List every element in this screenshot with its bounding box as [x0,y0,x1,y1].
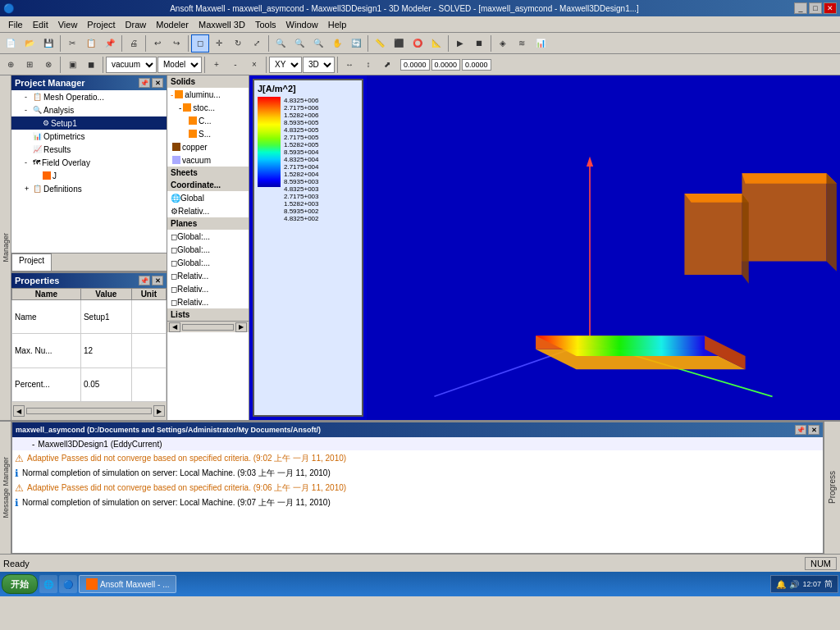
design-expand[interactable]: - [32,440,34,449]
stoc-expand[interactable]: - [179,103,181,112]
tree-item-optimetrics[interactable]: 📊 Optimetrics [11,130,167,143]
pm-pin-button[interactable]: 📌 [139,78,150,88]
draw-box[interactable]: ⬛ [390,34,408,52]
coord-btn1[interactable]: ↔ [340,56,358,74]
coord-btn2[interactable]: ↕ [359,56,377,74]
axes-button[interactable]: ⊗ [39,56,57,74]
tree-item-results[interactable]: 📈 Results [11,143,167,156]
model-relativ1[interactable]: ◻ Relativ... [167,269,249,282]
tree-item-fieldoverlay[interactable]: - 🗺 Field Overlay [11,156,167,169]
draw-poly[interactable]: 📐 [427,34,445,52]
view-dropdown[interactable]: 3D [303,57,335,73]
pan-button[interactable]: ✋ [328,34,346,52]
wire-button[interactable]: ▣ [63,56,81,74]
tree-scroll-left[interactable]: ◀ [169,322,180,332]
prop-val-2[interactable]: 12 [80,334,131,368]
tree-item-mesh[interactable]: - 📋 Mesh Operatio... [11,90,167,103]
undo-button[interactable]: ↩ [148,34,167,52]
model-globalyz[interactable]: ◻ Global:... [167,243,249,256]
coord-btn3[interactable]: ⬈ [378,56,396,74]
material-dropdown[interactable]: vacuum [106,57,157,73]
zoom-out[interactable]: 🔍 [309,34,327,52]
mesh-button[interactable]: ◈ [494,34,512,52]
menu-tools[interactable]: Tools [250,19,281,30]
scale-button[interactable]: ⤢ [248,34,266,52]
save-button[interactable]: 💾 [39,34,57,52]
pm-close-button[interactable]: ✕ [152,78,163,88]
redo-button[interactable]: ↪ [167,34,185,52]
model-aluminu[interactable]: - aluminu... [167,88,249,101]
taskbar-maxwell[interactable]: Ansoft Maxwell - ... [79,575,176,593]
tree-item-j[interactable]: J [11,169,167,182]
shade-button[interactable]: ◼ [82,56,100,74]
model-dropdown[interactable]: Model [158,57,202,73]
3d-viewport[interactable] [367,75,840,420]
msg-pin[interactable]: 📌 [795,425,806,435]
field-button[interactable]: ≋ [513,34,531,52]
rotate-button[interactable]: ↻ [229,34,247,52]
snap-button[interactable]: ⊕ [2,56,20,74]
quicklaunch-ie[interactable]: 🌐 [39,575,57,593]
draw-line[interactable]: 📏 [371,34,389,52]
scroll-track-h[interactable] [26,408,152,414]
rotate3d-button[interactable]: 🔄 [347,34,365,52]
tb2-btn1[interactable]: + [208,56,226,74]
tree-scroll-track[interactable] [182,324,234,331]
expand-analysis[interactable]: - [25,106,33,114]
move-button[interactable]: ✛ [210,34,228,52]
aluminu-expand[interactable]: - [171,90,173,99]
scroll-left[interactable]: ◀ [13,405,25,417]
msg-tree-design[interactable]: - Maxwell3DDesign1 (EddyCurrent) [12,437,823,450]
report-button[interactable]: 📊 [532,34,550,52]
model-stoc[interactable]: - stoc... [167,101,249,114]
minimize-button[interactable]: _ [794,2,807,14]
scroll-right[interactable]: ▶ [153,405,165,417]
model-relativ2[interactable]: ◻ Relativ... [167,282,249,295]
stop-button[interactable]: ⏹ [470,34,488,52]
tb2-btn2[interactable]: - [226,56,244,74]
tree-item-analysis[interactable]: - 🔍 Analysis [11,103,167,116]
plane-dropdown[interactable]: XY [269,57,302,73]
tree-item-definitions[interactable]: + 📋 Definitions [11,182,167,195]
start-button[interactable]: 开始 [2,574,38,594]
menu-maxwell3d[interactable]: Maxwell 3D [194,19,250,30]
quicklaunch-browser[interactable]: 🔵 [59,575,77,593]
close-button[interactable]: ✕ [824,2,837,14]
props-close[interactable]: ✕ [152,276,163,285]
prop-val-1[interactable]: Setup1 [80,300,131,334]
grid-button[interactable]: ⊞ [21,56,39,74]
menu-file[interactable]: File [3,19,28,30]
zoom-fit[interactable]: 🔍 [272,34,290,52]
cut-button[interactable]: ✂ [63,34,81,52]
tree-item-setup[interactable]: ⚙ Setup1 [11,116,167,130]
zoom-in[interactable]: 🔍 [290,34,308,52]
menu-modeler[interactable]: Modeler [151,19,194,30]
menu-draw[interactable]: Draw [121,19,152,30]
model-copper[interactable]: copper [167,140,249,153]
draw-circle[interactable]: ⭕ [409,34,427,52]
menu-edit[interactable]: Edit [28,19,53,30]
menu-project[interactable]: Project [82,19,120,30]
maximize-button[interactable]: □ [809,2,822,14]
tb2-btn3[interactable]: × [245,56,263,74]
expand-defs[interactable]: + [25,185,33,193]
menu-view[interactable]: View [53,19,83,30]
model-c[interactable]: C... [167,114,249,127]
prop-val-3[interactable]: 0.05 [80,368,131,401]
model-relativ[interactable]: ⚙ Relativ... [167,204,249,217]
msg-close[interactable]: ✕ [808,425,819,435]
menu-window[interactable]: Window [281,19,323,30]
paste-button[interactable]: 📌 [101,34,119,52]
model-vacuum[interactable]: vacuum [167,153,249,167]
analyze-button[interactable]: ▶ [451,34,469,52]
model-globalxy[interactable]: ◻ Global:... [167,230,249,243]
tree-scroll-right[interactable]: ▶ [235,322,247,332]
new-button[interactable]: 📄 [2,34,20,52]
select-button[interactable]: ◻ [191,34,209,52]
props-pin[interactable]: 📌 [139,276,150,285]
model-relativ3[interactable]: ◻ Relativ... [167,295,249,308]
menu-help[interactable]: Help [323,19,352,30]
copy-button[interactable]: 📋 [82,34,100,52]
model-globalxz[interactable]: ◻ Global:... [167,256,249,269]
expand-mesh[interactable]: - [25,93,33,101]
